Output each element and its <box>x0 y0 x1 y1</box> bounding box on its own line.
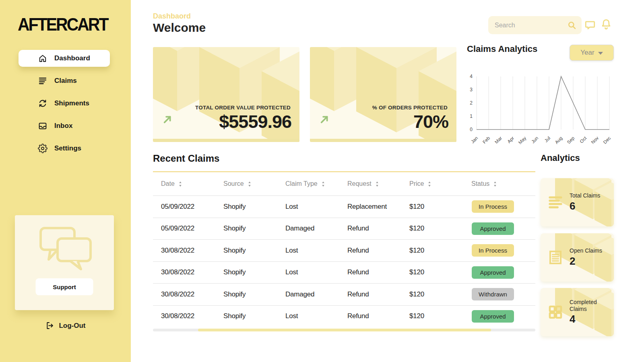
cell-date: 30/08/2022 <box>153 268 215 276</box>
card-accent-strip <box>153 139 299 142</box>
lines-icon <box>547 194 564 211</box>
recent-claims-table: DateSourceClaim TypeRequestPriceStatus 0… <box>153 172 535 327</box>
table-row[interactable]: 05/09/2022ShopifyLostReplacement$120In P… <box>153 195 535 218</box>
stat-value: 70% <box>413 111 448 132</box>
cell-date: 30/08/2022 <box>153 247 215 255</box>
stat-label: TOTAL ORDER VALUE PROTECTED <box>195 105 291 111</box>
sidebar-item-shipments[interactable]: Shipments <box>19 95 110 112</box>
analytics-card-label: Open Claims <box>570 247 602 254</box>
column-header-request[interactable]: Request <box>339 180 401 187</box>
status-badge: Approved <box>472 310 514 323</box>
cell-price: $120 <box>401 224 463 232</box>
cell-claim_type: Lost <box>277 268 339 276</box>
column-label: Date <box>161 180 175 187</box>
sidebar-item-claims[interactable]: Claims <box>19 72 110 89</box>
settings-icon <box>38 144 47 153</box>
cell-source: Shopify <box>215 203 277 211</box>
search-icon[interactable] <box>567 21 577 30</box>
cell-price: $120 <box>401 290 463 298</box>
sidebar-item-settings[interactable]: Settings <box>19 140 110 157</box>
analytics-card-label: Total Claims <box>570 192 600 199</box>
horizontal-scrollbar[interactable] <box>153 329 535 331</box>
cell-date: 05/09/2022 <box>153 224 215 232</box>
table-body: 05/09/2022ShopifyLostReplacement$120In P… <box>153 195 535 327</box>
svg-text:0: 0 <box>470 127 473 132</box>
analytics-title: Analytics <box>541 153 580 163</box>
table-header-row: DateSourceClaim TypeRequestPriceStatus <box>153 172 535 195</box>
cell-source: Shopify <box>215 224 277 232</box>
stat-card-order-value: TOTAL ORDER VALUE PROTECTED $5559.96 <box>153 47 299 142</box>
cell-request: Replacement <box>339 203 401 211</box>
column-header-claim-type[interactable]: Claim Type <box>277 180 339 187</box>
claims-analytics-title: Claims Analytics <box>467 44 537 54</box>
sidebar-item-dashboard[interactable]: Dashboard <box>19 50 110 67</box>
svg-text:Jan: Jan <box>470 136 479 144</box>
chat-bubbles-icon <box>34 224 95 274</box>
column-header-status[interactable]: Status <box>463 180 535 187</box>
analytics-card-completed-claims: Completed Claims4 <box>541 288 614 336</box>
column-label: Source <box>223 180 244 187</box>
table-row[interactable]: 30/08/2022ShopifyDamagedRefund$120Withdr… <box>153 283 535 305</box>
cell-source: Shopify <box>215 247 277 255</box>
column-header-price[interactable]: Price <box>401 180 463 187</box>
scrollbar-thumb[interactable] <box>198 329 491 331</box>
stat-value: $5559.96 <box>219 111 291 132</box>
cell-claim_type: Lost <box>277 312 339 320</box>
cell-price: $120 <box>401 268 463 276</box>
svg-text:Aug: Aug <box>554 136 563 145</box>
cell-request: Refund <box>339 290 401 298</box>
search-input[interactable] <box>495 22 567 29</box>
sort-icon <box>248 181 252 187</box>
status-badge: Withdrawn <box>472 288 514 300</box>
range-select-button[interactable]: Year <box>570 45 614 61</box>
svg-text:Sep: Sep <box>566 136 575 145</box>
cell-claim_type: Lost <box>277 203 339 211</box>
table-row[interactable]: 30/08/2022ShopifyLostRefund$120Approved <box>153 261 535 284</box>
sort-icon <box>375 181 379 187</box>
svg-text:1: 1 <box>470 113 473 119</box>
trend-up-icon <box>161 113 174 126</box>
svg-text:Jun: Jun <box>530 136 539 144</box>
analytics-card-value: 4 <box>570 313 610 325</box>
table-row[interactable]: 30/08/2022ShopifyLostRefund$120In Proces… <box>153 239 535 261</box>
column-header-date[interactable]: Date <box>153 180 215 187</box>
cell-request: Refund <box>339 224 401 232</box>
cell-request: Refund <box>339 268 401 276</box>
svg-text:Jul: Jul <box>544 136 551 143</box>
cell-claim_type: Lost <box>277 247 339 255</box>
claims-analytics-chart: 01234JanFebMarAprMayJunJulAugSepOctNovDe… <box>464 72 617 154</box>
analytics-card-value: 2 <box>570 255 602 267</box>
status-badge: In Process <box>472 200 514 213</box>
cell-price: $120 <box>401 247 463 255</box>
sidebar-item-inbox[interactable]: Inbox <box>19 117 110 134</box>
svg-text:Apr: Apr <box>506 136 515 144</box>
svg-text:Dec: Dec <box>602 136 611 145</box>
column-label: Claim Type <box>285 180 318 187</box>
search-box <box>488 16 582 34</box>
svg-text:Oct: Oct <box>579 135 588 144</box>
column-label: Status <box>471 180 489 187</box>
svg-text:Feb: Feb <box>482 136 491 145</box>
claims-icon <box>38 76 47 86</box>
svg-text:Mar: Mar <box>494 136 503 145</box>
messages-icon[interactable] <box>584 19 596 31</box>
home-icon <box>38 53 47 63</box>
sort-icon <box>427 181 431 187</box>
column-label: Request <box>347 180 372 187</box>
table-row[interactable]: 05/09/2022ShopifyDamagedRefund$120Approv… <box>153 218 535 240</box>
sidebar-item-label: Inbox <box>54 122 72 130</box>
cell-source: Shopify <box>215 312 277 320</box>
svg-text:4: 4 <box>470 74 473 79</box>
breadcrumb: Dashbaord <box>153 12 191 21</box>
cell-date: 30/08/2022 <box>153 290 215 298</box>
app: AFTERCART DashboardClaimsShipmentsInboxS… <box>0 0 644 362</box>
table-row[interactable]: 30/08/2022ShopifyLostRefund$120Approved <box>153 305 535 327</box>
sort-icon <box>178 181 182 187</box>
support-card: Support <box>15 215 114 310</box>
analytics-card-label: Completed Claims <box>570 299 610 313</box>
column-header-source[interactable]: Source <box>215 180 277 187</box>
notifications-icon[interactable] <box>600 18 612 30</box>
support-button[interactable]: Support <box>36 278 93 295</box>
stat-card-orders-protected: % OF ORDERS PROTECTED 70% <box>310 47 456 142</box>
logout-button[interactable]: Log-Out <box>0 321 131 330</box>
